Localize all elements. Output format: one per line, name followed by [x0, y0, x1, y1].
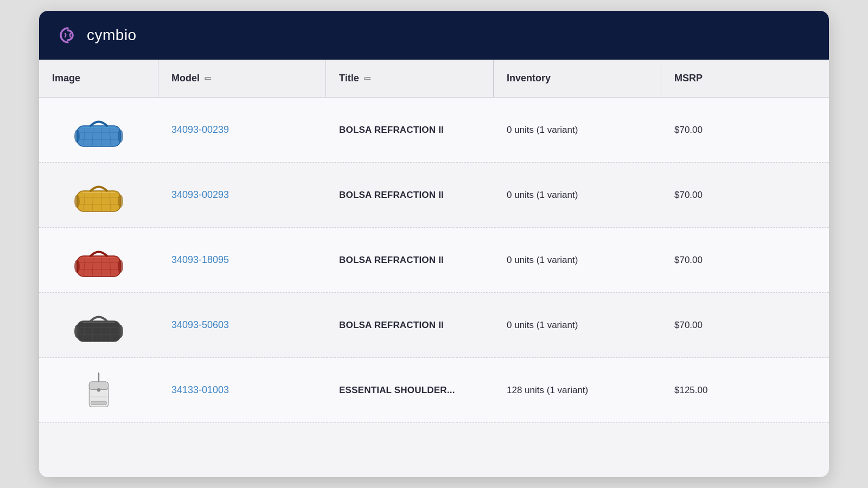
svg-rect-11: [77, 191, 120, 211]
svg-point-43: [118, 325, 123, 338]
product-image: [72, 369, 126, 412]
bag-blue-icon: [72, 110, 126, 150]
product-inventory: 0 units (1 variant): [494, 181, 661, 209]
app-header: cymbio: [39, 11, 829, 60]
bag-red-icon: [72, 240, 126, 280]
table-body: 34093-00239 BOLSA REFRACTION II 0 units …: [39, 98, 829, 477]
col-model[interactable]: Model ≔: [158, 60, 326, 97]
svg-point-9: [74, 130, 80, 143]
product-msrp: $70.00: [661, 181, 829, 209]
product-model[interactable]: 34093-50603: [158, 311, 326, 339]
product-inventory: 128 units (1 variant): [494, 376, 661, 404]
svg-rect-22: [77, 256, 120, 277]
bag-black-icon: [72, 305, 126, 345]
product-msrp: $70.00: [661, 311, 829, 339]
shoulder-bag-icon: [77, 366, 120, 415]
svg-point-46: [97, 388, 100, 391]
svg-point-10: [118, 130, 123, 143]
product-inventory: 0 units (1 variant): [494, 246, 661, 274]
svg-rect-47: [91, 401, 107, 404]
product-image-cell: [39, 360, 158, 421]
svg-point-32: [118, 260, 123, 273]
app-container: cymbio Image Model ≔ Title ≔ Inventory M…: [39, 11, 829, 477]
col-inventory: Inventory: [494, 60, 661, 97]
product-title: BOLSA REFRACTION II: [326, 181, 494, 209]
product-title: BOLSA REFRACTION II: [326, 246, 494, 274]
cymbio-logo-icon: [56, 24, 79, 47]
product-msrp: $70.00: [661, 116, 829, 144]
svg-rect-0: [77, 126, 120, 146]
product-msrp: $125.00: [661, 376, 829, 404]
svg-point-20: [74, 195, 80, 208]
logo-area: cymbio: [56, 24, 137, 47]
product-image-cell: [39, 165, 158, 226]
col-msrp: MSRP: [661, 60, 829, 97]
product-model[interactable]: 34093-00293: [158, 181, 326, 209]
product-title: ESSENTIAL SHOULDER...: [326, 376, 494, 404]
product-image: [72, 304, 126, 347]
col-title[interactable]: Title ≔: [326, 60, 494, 97]
product-inventory: 0 units (1 variant): [494, 116, 661, 144]
model-sort-icon: ≔: [204, 74, 212, 83]
product-model[interactable]: 34093-18095: [158, 246, 326, 274]
product-msrp: $70.00: [661, 246, 829, 274]
col-image: Image: [39, 60, 158, 97]
table-row: 34093-18095 BOLSA REFRACTION II 0 units …: [39, 228, 829, 293]
product-model[interactable]: 34133-01003: [158, 376, 326, 404]
svg-point-21: [118, 195, 123, 208]
product-inventory: 0 units (1 variant): [494, 311, 661, 339]
product-image-cell: [39, 230, 158, 291]
svg-point-42: [74, 325, 80, 338]
bag-yellow-icon: [72, 175, 126, 215]
product-image: [72, 239, 126, 282]
product-title: BOLSA REFRACTION II: [326, 311, 494, 339]
product-title: BOLSA REFRACTION II: [326, 116, 494, 144]
svg-rect-33: [77, 321, 120, 342]
svg-point-31: [74, 260, 80, 273]
product-model[interactable]: 34093-00239: [158, 115, 326, 144]
product-image-cell: [39, 295, 158, 356]
table-row: 34133-01003 ESSENTIAL SHOULDER... 128 un…: [39, 358, 829, 423]
table-row: 34093-00293 BOLSA REFRACTION II 0 units …: [39, 163, 829, 228]
table-header: Image Model ≔ Title ≔ Inventory MSRP: [39, 60, 829, 98]
logo-text: cymbio: [87, 27, 137, 44]
product-image: [72, 174, 126, 217]
title-sort-icon: ≔: [363, 74, 371, 83]
product-image: [72, 108, 126, 152]
table-row: 34093-50603 BOLSA REFRACTION II 0 units …: [39, 293, 829, 358]
table-row: 34093-00239 BOLSA REFRACTION II 0 units …: [39, 98, 829, 163]
product-image-cell: [39, 100, 158, 160]
product-table: Image Model ≔ Title ≔ Inventory MSRP: [39, 60, 829, 477]
